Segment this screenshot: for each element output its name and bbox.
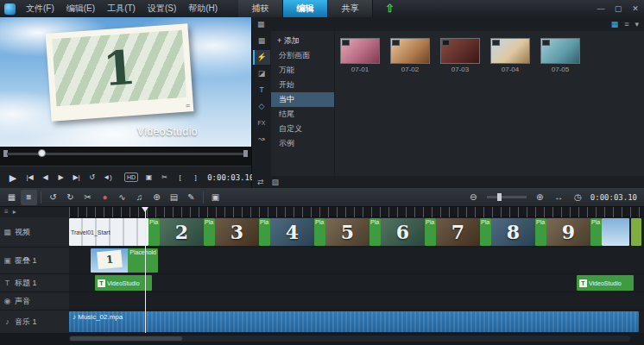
menu-file[interactable]: 文件(F) — [20, 0, 60, 17]
mark-in-button[interactable]: [ — [173, 170, 187, 185]
close-button[interactable]: ✕ — [627, 0, 644, 17]
gallery-icon[interactable]: ▦ — [257, 17, 265, 31]
category-item[interactable]: 万能 — [271, 63, 334, 78]
auto-music-icon[interactable]: ♫ — [131, 190, 148, 205]
music-clip[interactable]: ♪ Music_02.mpa — [69, 311, 639, 332]
maximize-button[interactable]: ▢ — [609, 0, 627, 17]
voice-track-lane[interactable] — [69, 292, 644, 310]
placeholder-clip[interactable]: Pla — [535, 218, 546, 246]
video-clip-5[interactable]: 5 — [325, 218, 369, 246]
music-track-header[interactable]: ♪ 音乐 1 — [0, 310, 69, 333]
library-options-icon[interactable]: ▾ — [635, 17, 639, 31]
scrollbar-thumb[interactable] — [70, 336, 182, 341]
overlay-track-header[interactable]: ▣ 覆叠 1 — [0, 248, 69, 273]
placeholder-clip[interactable]: Pla — [259, 218, 270, 246]
placeholder-clip[interactable]: Pla — [425, 218, 436, 246]
grid-view-icon[interactable]: ▦ — [611, 17, 619, 31]
placeholder-clip[interactable]: Pla — [369, 218, 381, 246]
upgrade-arrow-icon[interactable]: ⇧ — [385, 2, 395, 15]
placeholder-clip[interactable]: Pla — [204, 218, 215, 246]
timeline-zoom-slider[interactable] — [487, 196, 527, 198]
title-clip-1[interactable]: T VideoStudio — [95, 275, 152, 291]
video-clip-6[interactable]: 6 — [381, 218, 425, 246]
template-item[interactable]: 07-04 — [490, 38, 530, 73]
template-item[interactable]: 07-02 — [390, 38, 430, 73]
category-item[interactable]: 结尾 — [271, 107, 334, 122]
enlarge-preview-button[interactable]: ▣ — [142, 170, 156, 185]
motion-path-icon[interactable]: ↝ — [253, 132, 270, 147]
volume-button[interactable]: ◄) — [100, 170, 115, 185]
category-item-selected[interactable]: 当中 — [271, 92, 334, 107]
template-thumbnail[interactable] — [490, 38, 530, 64]
template-thumbnail[interactable] — [390, 38, 430, 64]
menu-tools[interactable]: 工具(T) — [101, 0, 142, 17]
voice-track-header[interactable]: ◉ 声音 — [0, 292, 69, 310]
undo-icon[interactable]: ↺ — [45, 190, 61, 205]
fit-project-icon[interactable]: ↔ — [551, 190, 567, 205]
title-track-lane[interactable]: T VideoStudio T VideoStudio — [69, 274, 644, 292]
template-thumbnail[interactable] — [440, 38, 480, 64]
filter-library-icon[interactable]: FX — [253, 116, 270, 130]
folder-icon[interactable]: ▨ — [272, 175, 280, 189]
subtitle-editor-icon[interactable]: ▤ — [166, 190, 182, 205]
template-item[interactable]: 07-01 — [340, 38, 380, 73]
menu-help[interactable]: 帮助(H) — [182, 0, 224, 17]
mark-out-button[interactable]: ] — [188, 170, 203, 185]
video-clip-9[interactable]: 9 — [546, 218, 590, 246]
media-library-icon[interactable]: ▦ — [253, 34, 270, 48]
title-track-header[interactable]: T 标题 1 — [0, 274, 69, 292]
video-clip-2[interactable]: 2 — [160, 218, 204, 246]
zoom-slider-thumb[interactable] — [497, 193, 502, 201]
overlay-track-lane[interactable]: 1 Placehold — [69, 248, 644, 273]
timeline-view-icon[interactable]: ≡ — [21, 190, 37, 205]
video-track-header[interactable]: ▦ 视频 — [0, 217, 69, 247]
split-icon[interactable]: ✂ — [79, 190, 96, 205]
record-capture-icon[interactable]: ● — [97, 190, 113, 205]
mask-creator-icon[interactable]: ▣ — [207, 190, 224, 205]
sound-mixer-icon[interactable]: ∿ — [114, 190, 130, 205]
menu-edit[interactable]: 编辑(E) — [60, 0, 101, 17]
category-item[interactable]: 自定义 — [271, 122, 334, 136]
template-item[interactable]: 07-03 — [440, 38, 480, 73]
end-button[interactable]: ▶| — [69, 170, 84, 185]
repeat-button[interactable]: ↺ — [85, 170, 99, 185]
add-track-icon[interactable]: ▸ — [13, 207, 16, 217]
play-button[interactable]: ▶ — [4, 170, 22, 185]
instant-project-icon[interactable]: ⚡ — [253, 50, 270, 65]
video-clip-4[interactable]: 4 — [270, 218, 314, 246]
video-clip-travel-start[interactable]: Travel01_Start — [69, 218, 148, 246]
tab-edit[interactable]: 编辑 — [283, 0, 328, 17]
preview-timecode[interactable]: 0:00:03.10 — [207, 173, 254, 182]
menu-settings[interactable]: 设置(S) — [142, 0, 182, 17]
preview-scrubber[interactable] — [3, 148, 248, 159]
overlay-clip[interactable]: 1 Placehold — [91, 248, 158, 273]
track-manager-icon[interactable]: ≡ — [4, 207, 9, 217]
timeline-horizontal-scrollbar[interactable] — [69, 336, 630, 342]
add-category-button[interactable]: + 添加 — [271, 34, 334, 48]
category-item[interactable]: 开始 — [271, 78, 334, 92]
motion-track-icon[interactable]: ⊕ — [148, 190, 165, 205]
redo-icon[interactable]: ↻ — [62, 190, 79, 205]
template-item[interactable]: 07-05 — [540, 38, 580, 73]
video-clip-8[interactable]: 8 — [491, 218, 535, 246]
painting-creator-icon[interactable]: ✎ — [183, 190, 199, 205]
template-thumbnail[interactable] — [340, 38, 380, 64]
minimize-button[interactable]: — — [592, 0, 609, 17]
transition-library-icon[interactable]: ◪ — [253, 66, 270, 81]
storyboard-view-icon[interactable]: ▦ — [3, 190, 20, 205]
video-track-lane[interactable]: Travel01_Start Pla 2 Pla 3 Pla 4 Pla 5 P… — [69, 217, 644, 247]
title-library-icon[interactable]: T — [253, 83, 270, 97]
home-button[interactable]: |◀ — [22, 170, 37, 185]
tab-capture[interactable]: 捕获 — [238, 0, 283, 17]
timeline-ruler[interactable] — [69, 207, 644, 217]
placeholder-clip[interactable]: Pla — [480, 218, 491, 246]
placeholder-clip[interactable]: Pla — [314, 218, 325, 246]
video-clip-travel-end[interactable] — [602, 218, 629, 246]
video-clip-7[interactable]: 7 — [436, 218, 480, 246]
placeholder-clip[interactable]: Pla — [590, 218, 602, 246]
prev-frame-button[interactable]: ◀ — [38, 170, 53, 185]
video-clip-3[interactable]: 3 — [215, 218, 259, 246]
list-view-icon[interactable]: ≡ — [624, 17, 628, 31]
category-item[interactable]: 分割画面 — [271, 48, 334, 63]
scrubber-thumb[interactable] — [38, 149, 46, 157]
